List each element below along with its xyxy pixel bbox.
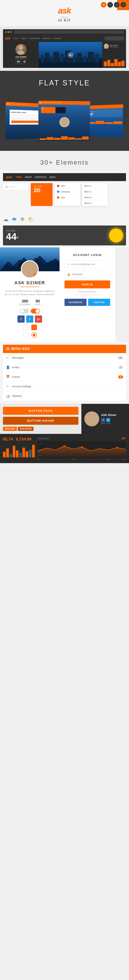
menu-item-statistics[interactable]: 📊 Statistics: [3, 391, 126, 401]
company-icon: [57, 191, 59, 193]
menu-label-2: Menu 2: [84, 191, 92, 193]
screen-nav-center: HOME ABOUT PORT SERV: [44, 102, 61, 103]
cal-day-29: 29: [121, 2, 126, 8]
forgot-label: Forgot Password?: [79, 290, 96, 293]
signin-button[interactable]: SIGN IN: [64, 280, 110, 288]
nav-contact[interactable]: CONTACT: [53, 37, 62, 40]
nav-services[interactable]: SERVICES: [42, 37, 51, 40]
chart-stat-num-2: 6,734.89: [16, 437, 31, 441]
menu-item-invites[interactable]: 👤 Invites 3: [3, 363, 126, 372]
twitter-btn[interactable]: t: [26, 315, 33, 323]
events-badge: 5: [118, 375, 123, 379]
sbar-6: [75, 138, 82, 140]
social-login-row: FACEBOOK TWITTER: [64, 299, 110, 306]
svg-rect-15: [39, 62, 102, 68]
email-field[interactable]: ✉: [64, 261, 110, 268]
x-label-jul: Jul: [89, 458, 91, 460]
radio-checked[interactable]: [31, 332, 37, 338]
toggle-knob-off: [20, 309, 24, 313]
snav-2: ABOUT: [16, 103, 21, 105]
nav-home[interactable]: HOME: [13, 37, 19, 40]
menu-items-list: ✉ Messages 24 👤 Invites 3 📅 Events 5 ⚙ A…: [3, 353, 126, 401]
likes-label: Likes: [35, 304, 41, 306]
checkbox-row: [4, 325, 55, 330]
screen-logo-left: ask: [7, 103, 10, 105]
nav-item-about[interactable]: ABOUT: [25, 176, 32, 178]
radio-unchecked[interactable]: [23, 332, 28, 338]
profile-bio: Lorem ipsum dolor sit amet, consectetur …: [4, 290, 55, 296]
nav-item-home[interactable]: HOME: [16, 176, 22, 178]
fb-btn[interactable]: f: [101, 418, 105, 422]
chart-subtitle: Temperature: [38, 438, 49, 440]
toggle-off[interactable]: [20, 309, 29, 313]
dropdown-item-jobs[interactable]: Jobs: [55, 183, 80, 189]
dropdown-item-company[interactable]: Company: [55, 189, 80, 195]
password-input[interactable]: [72, 273, 108, 276]
widget-orange: 20°: [41, 107, 55, 113]
account-settings-label: Account Settings: [12, 385, 123, 388]
menu-item-3[interactable]: Menu 3: [82, 195, 108, 200]
email-input[interactable]: [71, 263, 108, 266]
stat-likes: 95 Likes: [23, 60, 26, 64]
tw-btn[interactable]: t: [106, 418, 110, 422]
profile-info: ASK DZINER www.askdziner.com Lorem ipsum…: [0, 271, 60, 342]
menu-item-events[interactable]: 📅 Events 5: [3, 372, 126, 382]
facebook-btn[interactable]: f: [17, 315, 25, 323]
camera-badge[interactable]: 📷: [33, 273, 38, 277]
snav-1: HOME: [11, 103, 16, 105]
chart-stats: 62.74 6,734.89: [3, 437, 35, 441]
screen-right-bars: [87, 119, 123, 125]
button-hover[interactable]: BUTTON HOVER: [3, 417, 79, 425]
chart-bar-6: [121, 61, 124, 66]
play-button[interactable]: ▶: [68, 52, 74, 58]
mini-avatar: [104, 44, 109, 49]
menu-item-1[interactable]: Menu 1: [82, 183, 108, 189]
profile-photo: 📷: [21, 260, 39, 278]
cbar-7: [22, 448, 25, 457]
svg-point-17: [104, 47, 109, 49]
chart-stat-num-1: 62.74: [3, 437, 13, 441]
menu-item-2[interactable]: Menu 2: [82, 189, 108, 195]
forgot-password-link[interactable]: Forgot Password?: [64, 290, 110, 293]
googleplus-btn[interactable]: g+: [35, 315, 42, 323]
nav-portfolio[interactable]: PORTFOLIO: [30, 37, 40, 40]
x-label-jan: Jan: [38, 458, 40, 460]
profile-site: www.askdziner.com: [4, 285, 55, 288]
mockup-screen-right: ask FRI. 29/08 44°: [87, 104, 123, 137]
invites-icon: 👤: [6, 366, 10, 369]
checkbox-checked[interactable]: [31, 325, 37, 330]
menu-item-messages[interactable]: ✉ Messages 24: [3, 353, 126, 363]
logo-sub: FREE: [4, 16, 125, 19]
login-title: ACCOUNT LOGIN: [64, 253, 110, 256]
cbar-6: [19, 453, 22, 458]
menu-item-account-settings[interactable]: ⚙ Account Settings: [3, 382, 126, 391]
facebook-login-btn[interactable]: FACEBOOK: [64, 299, 87, 306]
dropdown-item-user[interactable]: User: [55, 195, 80, 200]
chart-header: Temperature 25°: [38, 437, 126, 440]
dot-yellow: [8, 31, 9, 33]
button-face[interactable]: BUTTON FACE: [3, 407, 79, 415]
email-icon: ✉: [67, 263, 69, 266]
snav-c3: PORT: [53, 102, 57, 103]
svg-marker-27: [38, 446, 126, 457]
btn-sm-face[interactable]: BTN FACE: [3, 427, 17, 431]
toggle-on[interactable]: [31, 309, 40, 313]
srbar-4: [113, 121, 122, 124]
menu-item-4[interactable]: Menu 4: [82, 200, 108, 206]
search-box[interactable]: 🔍 Search: [3, 183, 29, 190]
hamburger-icon[interactable]: [6, 348, 9, 350]
nav-search-bar[interactable]: [104, 37, 124, 40]
menu-box-header: MENU BOX: [3, 345, 126, 353]
nav-item-portfolio[interactable]: PORTFOLIO: [35, 176, 46, 178]
checkbox-unchecked[interactable]: [23, 325, 28, 330]
svg-text:20: 20: [39, 449, 42, 450]
events-label: Events: [12, 375, 116, 379]
twitter-login-btn[interactable]: TWITTER: [88, 299, 110, 306]
btn-sm-hover[interactable]: BTN HOVER: [18, 427, 33, 431]
tw-social-count: t 5.1k: [106, 418, 110, 425]
buttons-col: BUTTON FACE BUTTON HOVER BTN FACE BTN HO…: [0, 404, 81, 434]
nav-item-services[interactable]: SERVI...: [49, 176, 57, 178]
browser-content: ASK DZINER www.askdziner.com 385 Followi…: [3, 42, 126, 68]
password-field[interactable]: 🔒: [64, 270, 110, 278]
nav-about[interactable]: ABOUT: [21, 37, 27, 40]
